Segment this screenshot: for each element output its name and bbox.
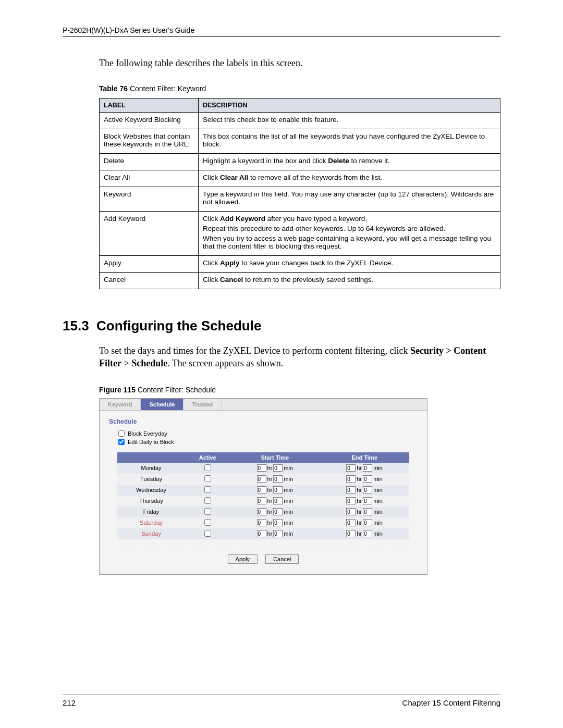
schedule-row: Thursdayhrminhrmin <box>117 496 409 507</box>
end-time-hr-input[interactable] <box>346 497 356 504</box>
page-number: 212 <box>63 698 76 707</box>
start-time-min-input[interactable] <box>273 519 283 526</box>
end-time-hr-input[interactable] <box>346 486 356 493</box>
table-caption: Table 76 Content Filter: Keyword <box>99 84 500 93</box>
table-row: DeleteHighlight a keyword in the box and… <box>100 154 500 170</box>
start-time-hr-input[interactable] <box>257 530 266 537</box>
page-footer: 212 Chapter 15 Content Filtering <box>63 695 500 707</box>
panel-heading: Schedule <box>109 418 418 425</box>
min-label: min <box>284 487 293 493</box>
hr-label: hr <box>267 520 273 526</box>
start-time-min-input[interactable] <box>273 530 283 537</box>
table-row: Add KeywordClick Add Keyword after you h… <box>100 212 500 256</box>
table-row-label: Keyword <box>100 187 199 212</box>
end-time-min-input[interactable] <box>363 497 372 504</box>
sched-head-start: Start Time <box>230 452 320 463</box>
end-time-hr-input[interactable] <box>346 508 356 515</box>
end-time-hr-input[interactable] <box>346 475 356 483</box>
apply-button[interactable]: Apply <box>228 554 258 564</box>
table-row-description: Highlight a keyword in the box and click… <box>199 154 500 170</box>
hr-label: hr <box>267 530 273 537</box>
end-time: hrmin <box>320 517 409 528</box>
end-time-min-input[interactable] <box>363 530 372 537</box>
label-edit-daily: Edit Daily to Block <box>128 439 174 445</box>
end-time-hr-input[interactable] <box>346 519 356 526</box>
end-time-hr-input[interactable] <box>346 530 356 537</box>
tab-schedule[interactable]: Schedule <box>141 399 183 410</box>
start-time-hr-input[interactable] <box>257 519 266 526</box>
min-label: min <box>284 465 293 471</box>
table-row: Block Websites that contain these keywor… <box>100 129 500 154</box>
figure-caption: Figure 115 Content Filter: Schedule <box>99 386 500 394</box>
end-time-min-input[interactable] <box>363 486 372 493</box>
start-time-min-input[interactable] <box>273 508 283 515</box>
tab-keyword[interactable]: Keyword <box>100 399 141 410</box>
min-label: min <box>284 530 293 537</box>
checkbox-edit-daily[interactable] <box>118 439 125 445</box>
active-cell <box>185 485 230 496</box>
active-checkbox[interactable] <box>204 497 211 504</box>
active-cell <box>185 528 230 539</box>
active-checkbox[interactable] <box>204 475 211 482</box>
active-cell <box>185 507 230 517</box>
intro-paragraph: The following table describes the labels… <box>99 58 500 69</box>
hr-label: hr <box>357 498 362 504</box>
min-label: min <box>284 509 293 515</box>
start-time: hrmin <box>230 485 320 496</box>
min-label: min <box>284 520 293 526</box>
end-time-min-input[interactable] <box>363 508 372 515</box>
option-edit-daily[interactable]: Edit Daily to Block <box>118 439 418 445</box>
start-time-min-input[interactable] <box>273 486 283 493</box>
section-title: Configuring the Schedule <box>96 318 261 334</box>
start-time: hrmin <box>230 474 320 485</box>
end-time: hrmin <box>320 528 409 539</box>
section-number: 15.3 <box>63 318 89 334</box>
hr-label: hr <box>267 465 273 471</box>
active-checkbox[interactable] <box>204 530 211 537</box>
table-caption-title: Content Filter: Keyword <box>128 84 206 93</box>
figure-caption-number: Figure 115 <box>99 386 136 394</box>
option-block-everyday[interactable]: Block Everyday <box>118 430 418 437</box>
min-label: min <box>373 520 383 526</box>
active-checkbox[interactable] <box>204 519 211 526</box>
sched-head-empty <box>117 452 185 463</box>
schedule-row: Sundayhrminhrmin <box>117 528 409 539</box>
end-time-min-input[interactable] <box>363 519 372 526</box>
start-time-min-input[interactable] <box>273 497 283 504</box>
end-time: hrmin <box>320 485 409 496</box>
day-name: Tuesday <box>117 474 185 485</box>
end-time: hrmin <box>320 474 409 485</box>
day-name: Monday <box>117 463 185 474</box>
start-time: hrmin <box>230 517 320 528</box>
active-checkbox[interactable] <box>204 464 211 471</box>
active-cell <box>185 517 230 528</box>
start-time: hrmin <box>230 496 320 507</box>
tab-trusted[interactable]: Trusted <box>183 399 222 410</box>
tab-bar: KeywordScheduleTrusted <box>100 399 427 411</box>
end-time-min-input[interactable] <box>363 475 372 483</box>
table-row-description: Click Cancel to return to the previously… <box>199 273 500 289</box>
table-head-label: LABEL <box>100 98 199 113</box>
hr-label: hr <box>357 520 362 526</box>
table-head-description: DESCRIPTION <box>199 98 500 113</box>
start-time-min-input[interactable] <box>273 464 283 472</box>
table-row-description: Click Apply to save your changes back to… <box>199 256 500 273</box>
chapter-label: Chapter 15 Content Filtering <box>402 698 500 707</box>
start-time-hr-input[interactable] <box>257 475 266 483</box>
start-time: hrmin <box>230 528 320 539</box>
active-checkbox[interactable] <box>204 486 211 493</box>
start-time-hr-input[interactable] <box>257 486 266 493</box>
end-time-min-input[interactable] <box>363 464 372 472</box>
active-checkbox[interactable] <box>204 508 211 515</box>
end-time: hrmin <box>320 496 409 507</box>
start-time-min-input[interactable] <box>273 475 283 483</box>
min-label: min <box>284 498 293 504</box>
end-time-hr-input[interactable] <box>346 464 356 472</box>
hr-label: hr <box>357 509 362 515</box>
start-time-hr-input[interactable] <box>257 464 266 472</box>
start-time-hr-input[interactable] <box>257 508 266 515</box>
schedule-table: Active Start Time End Time Mondayhrminhr… <box>117 452 409 539</box>
cancel-button[interactable]: Cancel <box>265 554 299 564</box>
checkbox-block-everyday[interactable] <box>118 430 125 437</box>
start-time-hr-input[interactable] <box>257 497 266 504</box>
